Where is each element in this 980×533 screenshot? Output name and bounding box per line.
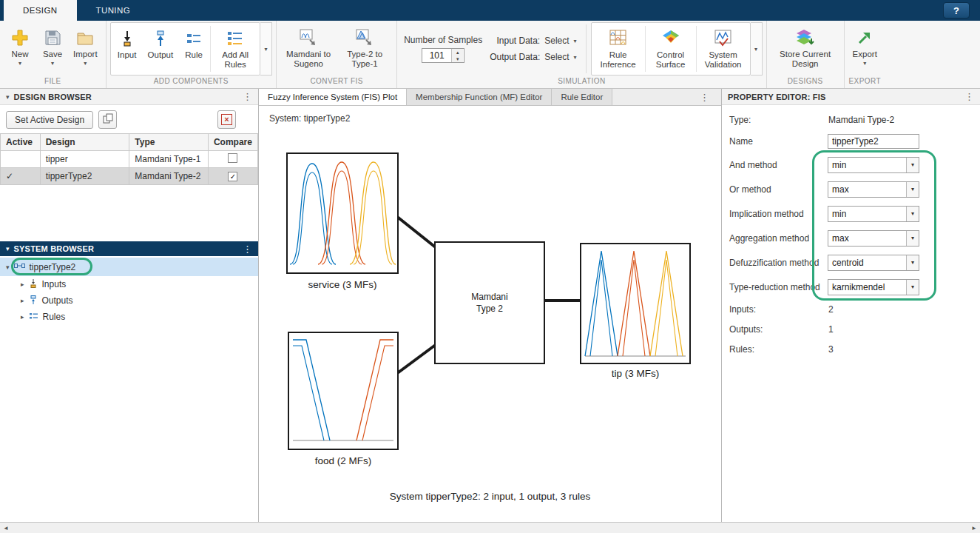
ribbon-section-export: Export ▾ EXPORT — [845, 21, 885, 88]
input-node-food[interactable] — [288, 332, 398, 449]
type-value: Mamdani Type-2 — [828, 115, 919, 125]
fis-rule-node[interactable] — [435, 242, 544, 363]
new-button[interactable]: New ▾ — [4, 24, 36, 74]
outputs-icon — [29, 295, 38, 306]
tree-expand-icon[interactable]: ▸ — [21, 297, 24, 304]
scroll-left-icon[interactable]: ◄ — [3, 525, 9, 532]
overflow-menu-icon[interactable]: ⋮ — [243, 91, 252, 102]
ribbon-section-simulation: Number of Samples ▴ ▾ Input Data: Select — [397, 21, 766, 88]
tree-expand-icon[interactable]: ▸ — [21, 281, 24, 288]
property-editor-header: PROPERTY EDITOR: FIS ⋮ — [722, 89, 980, 105]
add-input-button[interactable]: Input — [111, 23, 143, 75]
input-data-select[interactable]: Select ▾ — [544, 36, 576, 46]
simulation-view-gallery: Rule Inference Control Surface — [591, 22, 751, 76]
control-surface-button[interactable]: Control Surface — [646, 23, 696, 75]
add-output-button[interactable]: Output — [143, 23, 178, 75]
defuzzification-method-dropdown[interactable]: centroid ▾ — [828, 255, 919, 271]
design-cell: tipper — [40, 151, 129, 168]
tab-fis-plot[interactable]: Fuzzy Inference System (FIS) Plot — [259, 89, 407, 105]
tab-tuning[interactable]: TUNING — [77, 0, 149, 21]
tree-collapse-icon[interactable]: ▾ — [6, 264, 10, 271]
tree-item-inputs[interactable]: ▸ Inputs — [0, 276, 258, 292]
rule-icon — [185, 28, 203, 49]
simulation-gallery-expand[interactable]: ▾ — [751, 22, 763, 76]
store-current-design-button[interactable]: Store Current Design — [771, 24, 840, 74]
design-browser-title: DESIGN BROWSER — [14, 93, 92, 101]
system-browser-tree: ▾ tipperType2 ▸ Inputs ▸ — [0, 256, 258, 522]
collapse-icon[interactable]: ▾ — [6, 245, 10, 252]
export-button[interactable]: Export ▾ — [848, 24, 882, 74]
column-header-compare: Compare — [208, 134, 257, 151]
design-table: Active Design Type Compare tipper Mamdan… — [0, 133, 258, 185]
inputs-icon — [29, 279, 38, 290]
add-rule-button[interactable]: Rule — [178, 23, 210, 75]
type2-to-type1-icon — [355, 27, 374, 48]
output-icon — [152, 28, 169, 49]
or-method-label: Or method — [729, 184, 828, 195]
overflow-menu-icon[interactable]: ⋮ — [700, 89, 709, 105]
aggregation-method-label: Aggregation method — [729, 233, 828, 244]
dropdown-arrow-icon: ▾ — [906, 207, 919, 221]
horizontal-scrollbar[interactable]: ◄ ► — [0, 522, 980, 533]
tab-mf-editor[interactable]: Membership Function (MF) Editor — [407, 89, 552, 105]
components-gallery-expand[interactable]: ▾ — [260, 22, 272, 76]
number-of-samples-input[interactable] — [422, 49, 451, 62]
output-data-select[interactable]: Select ▾ — [544, 52, 576, 62]
design-cell: tipperType2 — [40, 168, 129, 185]
compare-checkbox[interactable] — [228, 153, 237, 163]
name-input[interactable] — [828, 134, 919, 149]
fuzzy-logic-designer-app: DESIGN TUNING ? New ▾ Save — [0, 0, 980, 533]
delete-design-button[interactable]: × — [217, 110, 236, 129]
active-cell: ✓ — [1, 168, 41, 185]
collapse-icon[interactable]: ▾ — [6, 93, 10, 101]
or-method-dropdown[interactable]: max ▾ — [828, 181, 919, 198]
overflow-menu-icon[interactable]: ⋮ — [243, 244, 252, 255]
column-header-type: Type — [129, 134, 209, 151]
control-surface-icon — [661, 28, 680, 49]
export-icon — [856, 27, 873, 48]
design-row-tipper[interactable]: tipper Mamdani Type-1 — [1, 151, 258, 168]
design-row-tippertype2[interactable]: ✓ tipperType2 Mamdani Type-2 ✓ — [1, 168, 258, 185]
system-validation-button[interactable]: System Validation — [697, 23, 750, 75]
output-node-tip[interactable] — [581, 244, 690, 363]
tree-item-rules[interactable]: ▸ Rules — [0, 309, 258, 325]
tree-expand-icon[interactable]: ▸ — [21, 313, 24, 321]
copy-design-button[interactable] — [98, 110, 117, 129]
import-dropdown-icon: ▾ — [84, 60, 87, 67]
gallery-expand-icon: ▾ — [754, 46, 757, 53]
ribbon-section-add-components: Input Output Rule — [107, 21, 277, 88]
document-panel: Fuzzy Inference System (FIS) Plot Member… — [259, 89, 721, 522]
save-button[interactable]: Save ▾ — [36, 24, 69, 74]
tree-item-outputs[interactable]: ▸ Outputs — [0, 292, 258, 309]
spinner-down-icon[interactable]: ▾ — [452, 56, 463, 62]
toolstrip-tab-bar: DESIGN TUNING ? — [0, 0, 980, 21]
tab-rule-editor[interactable]: Rule Editor — [552, 89, 612, 105]
type-reduction-method-dropdown[interactable]: karnikmendel ▾ — [828, 279, 919, 295]
type2-to-type1-button[interactable]: Type-2 to Type-1 — [337, 24, 393, 74]
store-current-design-icon — [796, 27, 815, 48]
compare-checkbox[interactable]: ✓ — [228, 172, 237, 181]
overflow-menu-icon[interactable]: ⋮ — [964, 91, 974, 102]
dropdown-arrow-icon: ▾ — [906, 158, 919, 172]
set-active-design-button[interactable]: Set Active Design — [6, 111, 93, 129]
mamdani-to-sugeno-button[interactable]: Mamdani to Sugeno — [280, 24, 337, 74]
and-method-dropdown[interactable]: min ▾ — [828, 157, 919, 173]
number-of-samples-field: Number of Samples ▴ ▾ — [401, 35, 490, 63]
help-button[interactable]: ? — [943, 2, 970, 19]
food-label: food (2 MFs) — [315, 455, 372, 466]
rule-inference-button[interactable]: Rule Inference — [592, 23, 645, 75]
tree-item-label: tipperType2 — [30, 262, 76, 272]
import-button[interactable]: Import ▾ — [69, 24, 102, 74]
input-node-service[interactable] — [287, 153, 398, 273]
gallery-expand-icon: ▾ — [265, 46, 268, 53]
aggregation-method-dropdown[interactable]: max ▾ — [828, 230, 919, 247]
scroll-right-icon[interactable]: ► — [971, 525, 977, 532]
inputs-count-label: Inputs: — [729, 304, 828, 315]
tab-design[interactable]: DESIGN — [4, 0, 77, 21]
property-editor-title: PROPERTY EDITOR: FIS — [728, 93, 826, 101]
add-all-rules-button[interactable]: Add All Rules — [211, 23, 260, 75]
property-editor-body: Type: Mamdani Type-2 Name And method min… — [722, 105, 980, 522]
spinner-up-icon[interactable]: ▴ — [452, 49, 463, 56]
implication-method-dropdown[interactable]: min ▾ — [828, 206, 919, 222]
tree-item-tippertype2[interactable]: ▾ tipperType2 — [0, 258, 258, 276]
